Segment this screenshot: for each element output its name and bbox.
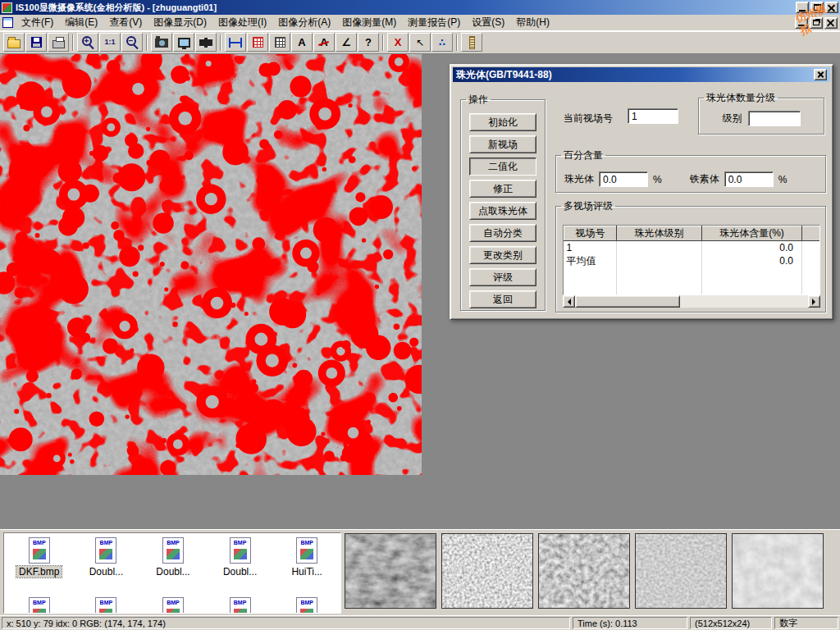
file-browser: BMPDKF.bmpBMPDoubl...BMPDoubl...BMPDoubl… bbox=[3, 532, 341, 614]
text-ax-button[interactable]: A bbox=[313, 33, 335, 52]
select-icon: ↖ bbox=[416, 38, 424, 48]
save-icon bbox=[31, 37, 42, 48]
text-a-icon: A bbox=[298, 37, 305, 48]
menu-image-analysis[interactable]: 图像分析(A) bbox=[272, 14, 336, 31]
zoom-in-button[interactable]: + bbox=[77, 33, 98, 52]
arrow-left-icon bbox=[564, 299, 571, 305]
current-field-input[interactable] bbox=[628, 108, 678, 124]
print-button[interactable] bbox=[48, 33, 69, 52]
grade-input[interactable] bbox=[748, 111, 801, 126]
file-item[interactable]: BMPDoubl... bbox=[73, 537, 140, 578]
file-name: HuiTi... bbox=[289, 566, 325, 578]
table-row[interactable]: 10.0 bbox=[564, 241, 821, 254]
minimize-button[interactable] bbox=[796, 2, 809, 13]
open-button[interactable] bbox=[3, 33, 25, 52]
pick-pearlite-button[interactable]: 点取珠光体 bbox=[469, 202, 536, 220]
menu-edit[interactable]: 编辑(E) bbox=[59, 14, 103, 31]
display-button[interactable] bbox=[173, 33, 194, 52]
bmp-file-icon: BMP bbox=[162, 597, 184, 614]
thumbnail-4[interactable] bbox=[635, 533, 727, 609]
file-item[interactable]: BMPHuiTi... bbox=[273, 537, 340, 578]
auto-classify-button[interactable]: 自动分类 bbox=[469, 224, 536, 242]
select-button[interactable]: ↖ bbox=[409, 33, 431, 52]
scroll-track[interactable] bbox=[575, 295, 808, 308]
toolbar-separator bbox=[382, 34, 384, 51]
close-button[interactable] bbox=[825, 2, 838, 13]
correct-button[interactable]: 修正 bbox=[469, 180, 536, 198]
capture-button[interactable] bbox=[151, 33, 172, 52]
column-grade[interactable]: 珠光体级别 bbox=[617, 226, 702, 241]
column-ferrite[interactable]: 铁素 bbox=[802, 226, 821, 241]
scroll-left-button[interactable] bbox=[563, 295, 575, 308]
thumbnail-2[interactable] bbox=[441, 533, 533, 609]
column-field[interactable]: 视场号 bbox=[564, 226, 617, 241]
operation-buttons: 初始化新视场二值化修正点取珠光体自动分类更改类别评级返回 bbox=[461, 107, 545, 308]
menu-help[interactable]: 帮助(H) bbox=[510, 14, 555, 31]
grid-red-button[interactable] bbox=[247, 33, 268, 52]
thumbnail-1[interactable] bbox=[345, 533, 436, 609]
ferrite-label: 铁素体 bbox=[690, 172, 719, 186]
new-field-button[interactable]: 新视场 bbox=[469, 135, 536, 153]
file-item[interactable]: BMPDoubl... bbox=[139, 537, 207, 578]
menu-image-process[interactable]: 图像处理(I) bbox=[212, 14, 272, 31]
text-a-button[interactable]: A bbox=[291, 33, 313, 52]
file-item[interactable]: BMPDKF.bmp bbox=[6, 537, 73, 578]
child-window-icon[interactable] bbox=[2, 17, 13, 28]
help-button[interactable]: ? bbox=[358, 33, 379, 52]
file-item[interactable]: BMP bbox=[207, 597, 274, 614]
menu-image-measure[interactable]: 图像测量(M) bbox=[336, 14, 402, 31]
angle-icon: ∠ bbox=[341, 37, 351, 48]
multi-field-table[interactable]: 视场号 珠光体级别 珠光体含量(%) 铁素 10.0平均值0.0 bbox=[563, 225, 820, 295]
menu-file[interactable]: 文件(F) bbox=[16, 14, 59, 31]
dialog-title-bar[interactable]: 珠光体(GB/T9441-88) bbox=[453, 67, 830, 82]
file-item[interactable]: BMP bbox=[6, 597, 73, 614]
ruler-button[interactable] bbox=[461, 33, 482, 52]
init-button[interactable]: 初始化 bbox=[469, 113, 536, 131]
binarize-button[interactable]: 二值化 bbox=[469, 158, 536, 176]
maximize-button[interactable] bbox=[810, 2, 824, 13]
thumbnail-5[interactable] bbox=[732, 533, 824, 609]
grade-button[interactable]: 评级 bbox=[469, 268, 536, 286]
return-button[interactable]: 返回 bbox=[469, 290, 536, 308]
file-item[interactable]: BMP bbox=[73, 597, 140, 614]
file-item[interactable]: BMP bbox=[139, 597, 207, 614]
caliper-button[interactable] bbox=[225, 33, 246, 52]
child-minimize-button[interactable] bbox=[795, 17, 808, 29]
grid-dark-button[interactable] bbox=[269, 33, 290, 52]
menu-settings[interactable]: 设置(S) bbox=[466, 14, 510, 31]
pearlite-percent-input[interactable] bbox=[599, 171, 648, 187]
cut-button[interactable]: X bbox=[387, 33, 409, 52]
window-controls bbox=[796, 2, 838, 13]
table-hscrollbar[interactable] bbox=[563, 295, 820, 308]
bmp-file-icon: BMP bbox=[162, 537, 184, 564]
grid-red-icon bbox=[253, 37, 263, 48]
scroll-thumb[interactable] bbox=[575, 295, 680, 308]
one-one-button[interactable]: 1:1 bbox=[99, 33, 121, 52]
table-row[interactable]: 平均值0.0 bbox=[564, 254, 821, 268]
file-item[interactable]: BMPDoubl... bbox=[207, 537, 274, 578]
child-close-button[interactable] bbox=[824, 17, 838, 29]
film-button[interactable] bbox=[195, 33, 217, 52]
column-content[interactable]: 珠光体含量(%) bbox=[702, 226, 802, 241]
count-button[interactable]: ∴ bbox=[431, 33, 453, 52]
menu-measure-report[interactable]: 测量报告(P) bbox=[402, 14, 466, 31]
save-button[interactable] bbox=[25, 33, 47, 52]
micrograph-image[interactable] bbox=[0, 54, 422, 475]
dialog-close-button[interactable] bbox=[814, 69, 827, 80]
thumbnail-3[interactable] bbox=[538, 533, 630, 609]
zoom-out-button[interactable]: − bbox=[121, 33, 143, 52]
current-field-label: 当前视场号 bbox=[564, 112, 613, 126]
menu-image-display[interactable]: 图像显示(D) bbox=[148, 14, 212, 31]
ferrite-percent-input[interactable] bbox=[724, 171, 774, 187]
table-row-empty bbox=[564, 281, 821, 294]
table-header-row: 视场号 珠光体级别 珠光体含量(%) 铁素 bbox=[564, 226, 821, 241]
scroll-right-button[interactable] bbox=[808, 295, 820, 308]
angle-button[interactable]: ∠ bbox=[336, 33, 357, 52]
menu-view[interactable]: 查看(V) bbox=[103, 14, 148, 31]
count-icon: ∴ bbox=[439, 38, 445, 48]
zoom-in-icon: + bbox=[82, 36, 92, 46]
change-class-button[interactable]: 更改类别 bbox=[469, 246, 536, 264]
file-item[interactable]: BMP bbox=[273, 597, 340, 614]
file-name: Doubl... bbox=[87, 566, 126, 578]
child-restore-button[interactable] bbox=[810, 17, 823, 29]
